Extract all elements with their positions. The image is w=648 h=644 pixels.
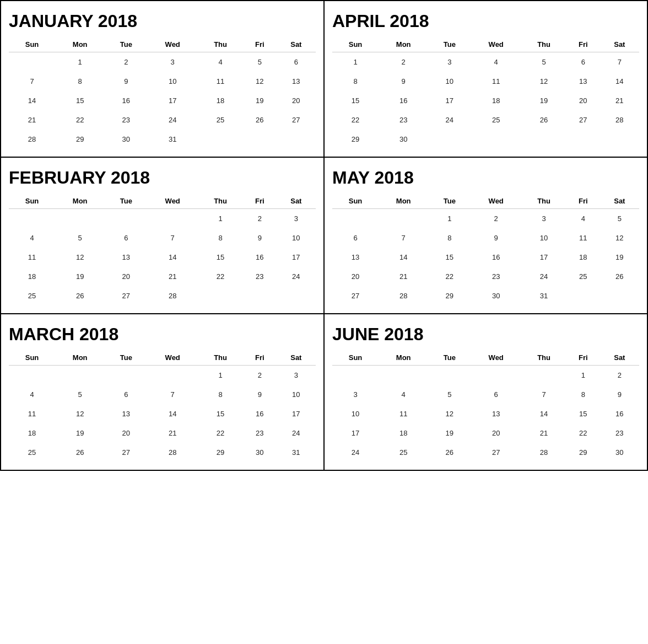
table-row: 13141516171819 <box>332 248 639 267</box>
day-header-thu: Thu <box>521 37 566 52</box>
calendar-day <box>198 286 243 305</box>
month-block-january-2018: JANUARY 2018SunMonTueWedThuFriSat1234567… <box>1 1 325 158</box>
calendar-day: 24 <box>521 267 566 286</box>
calendar-day: 4 <box>471 52 521 72</box>
calendar-day: 3 <box>521 209 566 229</box>
calendar-day: 1 <box>55 52 105 72</box>
calendar-day: 18 <box>9 423 55 443</box>
calendar-day: 4 <box>566 209 600 229</box>
day-header-sat: Sat <box>600 37 639 52</box>
table-row: 20212223242526 <box>332 267 639 286</box>
calendar-day: 22 <box>198 423 243 443</box>
calendar-day <box>566 286 600 305</box>
calendar-day: 2 <box>105 52 147 72</box>
table-row: 891011121314 <box>332 72 639 91</box>
calendar-day: 13 <box>566 72 600 91</box>
calendar-day <box>521 130 566 149</box>
calendar-day: 17 <box>521 248 566 267</box>
calendar-day: 1 <box>566 366 600 385</box>
calendar-day: 5 <box>55 385 105 404</box>
table-row: 45678910 <box>9 385 316 404</box>
calendar-day <box>243 130 277 149</box>
calendar-day: 6 <box>471 385 521 404</box>
calendar-day: 3 <box>332 385 379 404</box>
calendar-day: 17 <box>277 404 316 423</box>
calendar-day: 27 <box>566 110 600 130</box>
day-header-tue: Tue <box>105 37 147 52</box>
day-header-wed: Wed <box>147 350 198 366</box>
calendar-day: 8 <box>566 385 600 404</box>
calendar-day: 24 <box>147 110 198 130</box>
table-row: 25262728293031 <box>9 443 316 462</box>
table-row: 45678910 <box>9 228 316 248</box>
calendar-day: 11 <box>198 72 243 91</box>
day-header-wed: Wed <box>471 194 521 209</box>
calendar-day: 26 <box>243 110 277 130</box>
calendar-day <box>9 209 55 229</box>
calendar-day: 21 <box>379 267 428 286</box>
table-row: 25262728 <box>9 286 316 305</box>
calendar-day: 26 <box>428 443 471 462</box>
calendar-day: 26 <box>600 267 639 286</box>
calendar-day: 16 <box>471 248 521 267</box>
day-header-fri: Fri <box>243 37 277 52</box>
calendar-day: 20 <box>105 423 147 443</box>
calendar-day <box>428 130 471 149</box>
calendar-day: 20 <box>277 91 316 110</box>
calendar-day: 1 <box>332 52 379 72</box>
calendar-day: 18 <box>471 91 521 110</box>
calendar-day: 3 <box>277 366 316 385</box>
calendar-day: 31 <box>277 443 316 462</box>
calendar-day: 21 <box>9 110 55 130</box>
calendar-day: 13 <box>277 72 316 91</box>
table-row: 3456789 <box>332 385 639 404</box>
calendar-day: 26 <box>55 286 105 305</box>
calendar-day: 2 <box>243 366 277 385</box>
calendar-day: 16 <box>379 91 428 110</box>
calendar-day: 22 <box>566 423 600 443</box>
table-row: 123 <box>9 366 316 385</box>
calendar-day: 11 <box>9 248 55 267</box>
calendar-day: 26 <box>55 443 105 462</box>
calendar-day: 3 <box>428 52 471 72</box>
table-row: 21222324252627 <box>9 110 316 130</box>
calendar-day: 23 <box>471 267 521 286</box>
calendar-day: 3 <box>147 52 198 72</box>
day-header-tue: Tue <box>428 194 471 209</box>
calendar-day: 27 <box>105 286 147 305</box>
month-title-april-2018: APRIL 2018 <box>332 11 639 31</box>
table-row: 10111213141516 <box>332 404 639 423</box>
day-header-thu: Thu <box>521 194 566 209</box>
calendar-day: 3 <box>277 209 316 229</box>
calendar-day: 27 <box>105 443 147 462</box>
calendar-day: 12 <box>243 72 277 91</box>
calendar-day: 23 <box>600 423 639 443</box>
day-header-thu: Thu <box>198 194 243 209</box>
calendar-day: 9 <box>471 228 521 248</box>
calendar-day: 19 <box>600 248 639 267</box>
table-row: 2930 <box>332 130 639 149</box>
calendar-day: 4 <box>9 228 55 248</box>
calendar-day: 28 <box>147 286 198 305</box>
calendar-day: 12 <box>600 228 639 248</box>
calendar-day: 5 <box>521 52 566 72</box>
day-header-wed: Wed <box>147 37 198 52</box>
calendar-day: 11 <box>471 72 521 91</box>
calendar-day: 20 <box>471 423 521 443</box>
calendar-day <box>428 366 471 385</box>
month-title-may-2018: MAY 2018 <box>332 168 639 188</box>
calendar-day: 6 <box>105 228 147 248</box>
day-header-fri: Fri <box>566 37 600 52</box>
table-row: 18192021222324 <box>9 423 316 443</box>
calendar-day: 8 <box>332 72 379 91</box>
calendar-day: 16 <box>243 404 277 423</box>
calendar-day: 31 <box>521 286 566 305</box>
calendar-day <box>277 286 316 305</box>
day-header-wed: Wed <box>147 194 198 209</box>
calendar-table-february-2018: SunMonTueWedThuFriSat1234567891011121314… <box>9 194 316 305</box>
table-row: 123456 <box>9 52 316 72</box>
calendar-table-april-2018: SunMonTueWedThuFriSat1234567891011121314… <box>332 37 639 149</box>
calendar-day: 20 <box>105 267 147 286</box>
day-header-sun: Sun <box>9 350 55 366</box>
calendar-day <box>147 209 198 229</box>
